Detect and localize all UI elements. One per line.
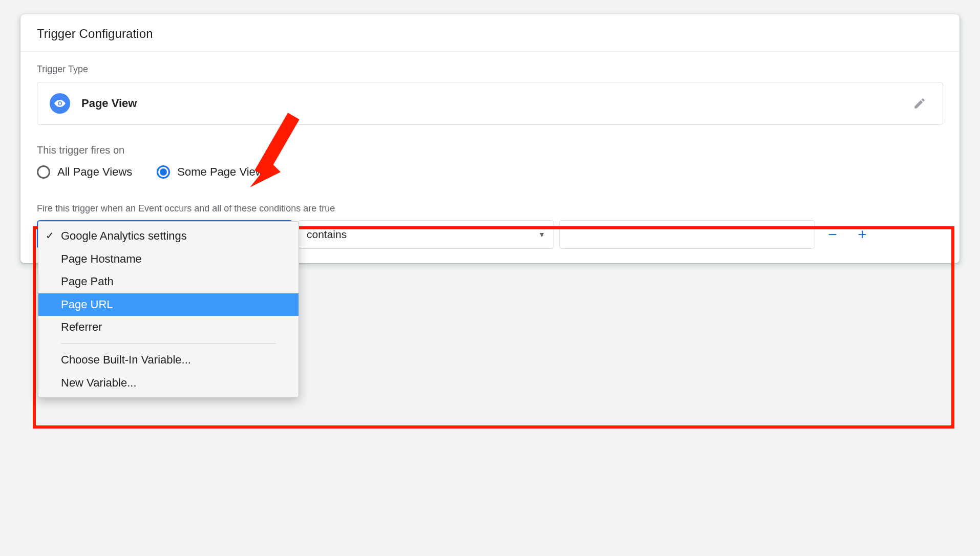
conditions-label: Fire this trigger when an Event occurs a… [37,203,943,214]
operator-value: contains [307,228,347,241]
trigger-config-card: Trigger Configuration Trigger Type Page … [20,14,960,263]
condition-row: ▼ Google Analytics settings Page Hostnam… [37,220,943,249]
eye-icon [50,93,70,114]
radio-some-page-views[interactable]: Some Page Views [157,165,269,179]
variable-dropdown: Google Analytics settings Page Hostname … [38,221,299,398]
dropdown-divider [61,343,276,344]
edit-trigger-type-button[interactable] [909,93,930,114]
radio-label: All Page Views [57,165,132,179]
trigger-type-label: Trigger Type [37,64,943,75]
dropdown-item-choose-builtin[interactable]: Choose Built-In Variable... [38,349,299,372]
dropdown-item-ga-settings[interactable]: Google Analytics settings [38,225,299,248]
card-header: Trigger Configuration [20,14,960,52]
radio-label: Some Page Views [177,165,269,179]
add-condition-button[interactable]: + [850,222,875,247]
trigger-type-name: Page View [81,97,898,110]
radio-icon [157,165,170,179]
plus-icon: + [858,226,867,243]
card-title: Trigger Configuration [37,27,943,41]
radio-all-page-views[interactable]: All Page Views [37,165,132,179]
chevron-down-icon: ▼ [538,230,545,239]
dropdown-item-page-path[interactable]: Page Path [38,270,299,293]
trigger-type-box[interactable]: Page View [37,82,943,125]
variable-select[interactable]: ▼ Google Analytics settings Page Hostnam… [37,220,293,249]
pencil-icon [913,97,926,110]
fires-on-radio-group: All Page Views Some Page Views [37,165,943,179]
operator-select[interactable]: contains ▼ [298,220,554,249]
dropdown-item-page-hostname[interactable]: Page Hostname [38,248,299,271]
remove-condition-button[interactable]: − [820,222,845,247]
dropdown-item-referrer[interactable]: Referrer [38,316,299,339]
card-body: Trigger Type Page View This trigger fire… [20,52,960,263]
fires-on-label: This trigger fires on [37,144,943,156]
minus-icon: − [828,226,837,243]
condition-value-input[interactable] [559,220,815,249]
dropdown-item-new-variable[interactable]: New Variable... [38,372,299,395]
dropdown-item-page-url[interactable]: Page URL [38,293,299,316]
radio-icon [37,165,50,179]
